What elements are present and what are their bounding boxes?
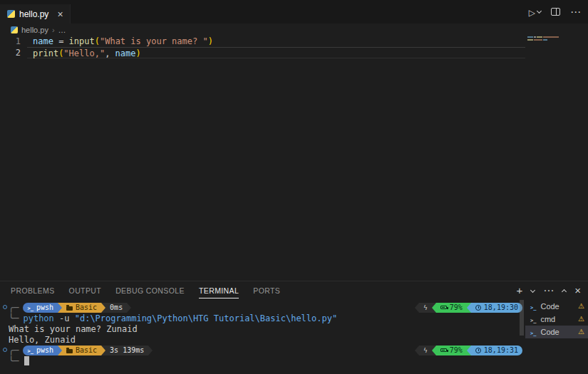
battery-icon xyxy=(440,306,447,309)
warning-icon xyxy=(578,328,584,336)
python-icon xyxy=(11,26,18,33)
new-terminal-icon[interactable] xyxy=(516,284,522,297)
prompt-segment: 79% xyxy=(436,303,467,313)
panel-tab-output[interactable]: OUTPUT xyxy=(69,283,102,298)
prompt-segment xyxy=(419,303,431,313)
editor-code: 1name = input("What is your name? ")2pri… xyxy=(0,36,525,58)
split-editor-icon[interactable] xyxy=(551,8,560,16)
shell-icon xyxy=(27,303,33,311)
terminal-content[interactable]: ╭─pwshBasic0ms79%18,19:30╰─python -u "d:… xyxy=(0,300,525,374)
terminal-icon xyxy=(530,328,536,337)
terminal-cursor xyxy=(24,356,29,365)
prompt-left-segments: pwshBasic0ms xyxy=(23,303,131,313)
terminal-list-item-cmd[interactable]: cmd xyxy=(525,313,588,326)
prompt-segment: 18,19:30 xyxy=(471,303,522,313)
prompt-connector: ╭─ xyxy=(9,303,19,313)
terminal-icon xyxy=(530,302,536,311)
prompt-segment: 3s 139ms xyxy=(105,346,148,355)
prompt-segment: pwsh xyxy=(23,346,58,355)
warning-icon xyxy=(578,303,584,310)
run-dropdown-chevron-icon[interactable] xyxy=(537,9,542,14)
terminal-list-label: cmd xyxy=(540,315,555,323)
terminal-tabs-list: CodecmdCode xyxy=(525,300,588,374)
powerline-separator-icon xyxy=(467,303,471,313)
powerline-separator-icon xyxy=(467,346,471,355)
run-button[interactable] xyxy=(529,6,541,19)
line-number: 1 xyxy=(0,36,27,47)
launch-profile-chevron-icon[interactable] xyxy=(530,287,535,292)
shell-icon xyxy=(27,346,33,354)
maximize-panel-icon[interactable] xyxy=(562,289,567,294)
minimap-line xyxy=(527,39,588,41)
close-panel-icon[interactable] xyxy=(574,284,581,297)
tab-label: hello.py xyxy=(19,9,48,19)
panel-tabs: PROBLEMSOUTPUTDEBUG CONSOLETERMINALPORTS xyxy=(11,283,280,298)
clock-icon xyxy=(475,348,481,353)
breadcrumb-separator: › xyxy=(52,26,55,34)
minimap[interactable] xyxy=(527,36,588,79)
prompt-connector: ╭─ xyxy=(9,346,19,355)
more-actions-icon[interactable] xyxy=(570,6,581,19)
vscode-window: hello.py hello.py › … 1name = input("Wha… xyxy=(0,0,588,374)
minimap-line xyxy=(527,36,588,38)
prompt-left-segments: pwshBasic3s 139ms xyxy=(23,346,153,355)
prompt-connector: ╰─ xyxy=(9,356,19,366)
folder-icon xyxy=(66,349,73,353)
terminal-list-item-code[interactable]: Code xyxy=(525,300,588,313)
python-file-icon xyxy=(7,10,15,18)
cmd-icon xyxy=(530,315,536,324)
tab-bar: hello.py xyxy=(0,0,588,24)
panel-tab-terminal[interactable]: TERMINAL xyxy=(199,283,239,298)
prompt-segment xyxy=(419,346,431,355)
breadcrumb-symbol[interactable]: … xyxy=(58,26,66,34)
terminal-list-item-code[interactable]: Code xyxy=(525,326,588,338)
terminal-scrollbar[interactable] xyxy=(520,300,524,336)
bottom-panel: PROBLEMSOUTPUTDEBUG CONSOLETERMINALPORTS… xyxy=(0,281,588,374)
prompt-segment: 0ms xyxy=(105,303,127,313)
prompt-segment: Basic xyxy=(62,303,101,313)
command-decoration-icon[interactable] xyxy=(3,305,7,309)
line-number: 2 xyxy=(0,47,27,58)
prompt-right-segments: 79%18,19:31 xyxy=(415,346,522,355)
close-icon[interactable] xyxy=(57,9,63,19)
editor-toolbar xyxy=(529,0,581,24)
terminal-command-row: ╰─python -u "d:\Programming\Python\HTG T… xyxy=(9,313,525,323)
warning-icon xyxy=(578,316,584,323)
code-text: name = input("What is your name? ") xyxy=(27,36,525,47)
breadcrumb-file[interactable]: hello.py xyxy=(21,26,48,34)
clock-icon xyxy=(475,305,481,311)
powerline-separator-icon xyxy=(148,346,153,355)
bolt-icon xyxy=(423,303,427,311)
prompt-segment: 79% xyxy=(436,346,467,355)
terminal-list-label: Code xyxy=(540,328,559,336)
panel-actions xyxy=(516,281,581,300)
code-line[interactable]: 1name = input("What is your name? ") xyxy=(0,36,525,47)
folder-icon xyxy=(66,306,73,311)
terminal-output-row: Hello, Zunaid xyxy=(9,334,525,345)
prompt-segment: pwsh xyxy=(23,303,58,313)
more-actions-icon[interactable] xyxy=(543,284,554,297)
terminal-prompt-row: ╭─pwshBasic0ms79%18,19:30 xyxy=(9,302,525,313)
editor[interactable]: 1name = input("What is your name? ")2pri… xyxy=(0,36,525,281)
prompt-connector: ╰─ xyxy=(9,313,19,323)
powerline-separator-icon xyxy=(127,303,131,313)
code-text: print("Hello,", name) xyxy=(27,47,525,58)
panel-header: PROBLEMSOUTPUTDEBUG CONSOLETERMINALPORTS xyxy=(0,281,588,300)
battery-icon xyxy=(440,348,447,352)
tab-hello-py[interactable]: hello.py xyxy=(0,4,71,24)
bolt-icon xyxy=(423,346,427,354)
command-decoration-icon[interactable] xyxy=(3,348,7,352)
prompt-segment: Basic xyxy=(62,346,101,355)
panel-tab-ports[interactable]: PORTS xyxy=(253,283,280,298)
panel-tab-debug-console[interactable]: DEBUG CONSOLE xyxy=(115,283,185,298)
prompt-segment: 18,19:31 xyxy=(471,346,522,355)
code-line[interactable]: 2print("Hello,", name) xyxy=(0,47,525,58)
terminal-list-label: Code xyxy=(540,302,559,311)
terminal-output-row: What is your name? Zunaid xyxy=(9,323,525,334)
prompt-right-segments: 79%18,19:30 xyxy=(415,303,522,313)
panel-tab-problems[interactable]: PROBLEMS xyxy=(11,283,55,298)
run-icon xyxy=(529,6,535,19)
terminal-prompt-row: ╭─pwshBasic3s 139ms79%18,19:31 xyxy=(9,345,525,355)
terminal-cursor-row: ╰─ xyxy=(9,355,525,366)
breadcrumb[interactable]: hello.py › … xyxy=(0,24,588,36)
